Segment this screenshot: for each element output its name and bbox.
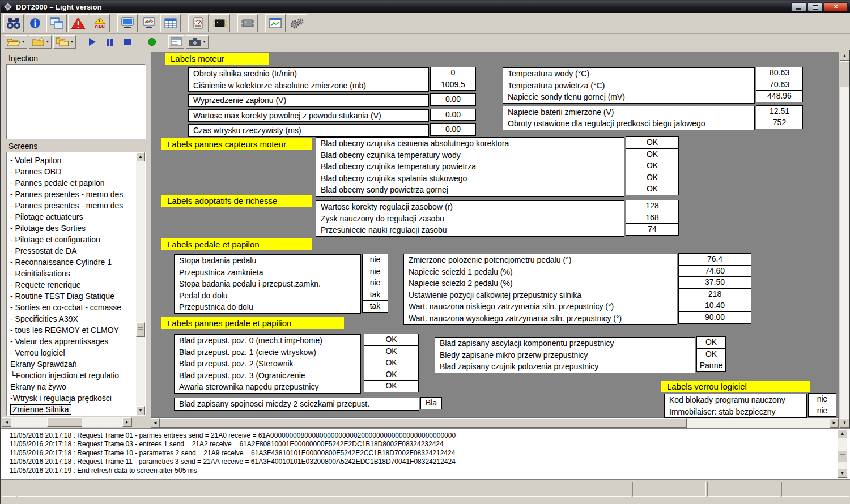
scroll-thumb[interactable] — [838, 451, 847, 462]
param-value: 90.00 — [678, 311, 751, 324]
close-button[interactable]: × — [824, 2, 848, 11]
sidebar-item[interactable]: - Specificities A39X — [8, 313, 135, 324]
sidebar-item[interactable]: Ekrany Sprawdzań — [8, 358, 135, 370]
sidebar-item[interactable]: - Pilotage et configuration — [8, 234, 135, 245]
sidebar-item[interactable]: - Valeur des apprentissages — [8, 336, 135, 347]
sidebar-item-label: - Requete renerique — [10, 279, 81, 291]
camera-button[interactable]: ▼ — [186, 35, 209, 49]
measure-button[interactable] — [188, 14, 209, 32]
param-label: Immobilaiser: stab bezpieczny — [665, 406, 806, 418]
sidebar-item[interactable]: - Pressostat de DA — [8, 245, 135, 257]
param-labels: Blad obecny czujnika cisnienia absolutne… — [316, 137, 624, 197]
sidebar-item[interactable]: - Verrou logiciel — [8, 347, 135, 358]
can-faults-button[interactable]: CAN — [90, 14, 110, 32]
param-label: Temperatura wody (°C) — [503, 68, 754, 80]
sidebar-item[interactable]: - Sorties en co-ccbat - ccmasse — [8, 302, 135, 313]
sidebar-item[interactable]: - Pannes presentes - memo des — [8, 200, 135, 211]
binoculars-icon — [6, 16, 21, 30]
log-line: 11/05/2016 20:17:18 : Request Trame 01 -… — [10, 432, 837, 440]
sidebar-item[interactable]: - Pilotage actuateurs — [8, 211, 135, 223]
sidebar-item[interactable]: - Volet Papilon — [8, 155, 135, 166]
minimize-button[interactable] — [791, 2, 806, 11]
main-horizontal-scrollbar[interactable]: ◄ ► — [151, 418, 839, 428]
settings-button[interactable] — [287, 14, 307, 32]
sidebar-item[interactable]: Zmienne Silnika — [8, 404, 135, 415]
maximize-icon — [813, 5, 818, 10]
param-values: 76.474.6037.5021810.4090.00 — [678, 254, 751, 324]
sidebar-item[interactable]: - Pannes pedale et papilon — [8, 177, 135, 189]
sidebar-item[interactable]: └Fonction injection et regulatio — [8, 370, 135, 381]
main-vertical-scrollbar[interactable]: ▲ ▼ — [840, 52, 849, 428]
param-values: 0.00 — [430, 124, 476, 136]
injection-panel[interactable] — [6, 64, 146, 139]
scroll-thumb[interactable] — [47, 417, 82, 427]
graph-button[interactable] — [139, 14, 159, 32]
scroll-down-button[interactable]: ▼ — [840, 418, 849, 428]
table-icon — [164, 17, 177, 29]
scroll-up-button[interactable]: ▲ — [136, 152, 145, 161]
param-label: Blad zapisany czujnik polozenia przepust… — [435, 361, 695, 373]
param-label: Przepustnica do dolu — [175, 301, 360, 313]
pause-button[interactable] — [102, 35, 118, 49]
scroll-down-button[interactable]: ▼ — [136, 406, 145, 415]
sidebar-item[interactable]: - Requete renerique — [8, 279, 135, 291]
new-folder-button[interactable]: ▼ — [29, 35, 52, 49]
param-value: 76.4 — [678, 253, 751, 266]
param-values: 80.6370.63448.96 — [756, 67, 803, 102]
param-label: Przesuniecie nauki regulacji zasobu — [316, 224, 624, 236]
sidebar-item[interactable]: - Pannes OBD — [8, 166, 135, 177]
ecu2-button[interactable] — [237, 14, 258, 32]
sidebar-item[interactable]: - Reinitialisations — [8, 268, 135, 279]
log-vertical-scrollbar[interactable]: ▲ ▼ — [838, 429, 847, 478]
open-folder-button[interactable]: ▼ — [5, 35, 27, 49]
param-value: tak — [362, 300, 388, 313]
screens-vertical-scrollbar[interactable]: ▲ ▼ — [136, 152, 145, 415]
sidebar-item[interactable]: Ekrany na żywo — [8, 381, 135, 392]
table-button[interactable] — [160, 14, 181, 32]
ecu-button[interactable] — [210, 14, 230, 32]
param-label: Bledy zapisane mikro przerw przepustnicy — [435, 349, 695, 361]
search-button[interactable] — [3, 14, 24, 32]
info-button[interactable] — [25, 14, 45, 32]
scroll-up-button[interactable]: ▲ — [838, 429, 847, 438]
gauge-icon — [192, 17, 205, 29]
capteurs-table: Blad obecny czujnika cisnienia absolutne… — [316, 137, 679, 197]
scroll-thumb[interactable] — [840, 61, 849, 87]
scroll-right-button[interactable]: ► — [830, 418, 839, 428]
scroll-right-button[interactable]: ► — [122, 417, 132, 427]
maximize-button[interactable] — [808, 2, 823, 11]
sidebar-item[interactable]: - Pilotage des Sorties — [8, 223, 135, 234]
param-group: Blad zapisany ascylacji komponentu przep… — [435, 337, 726, 373]
param-value: OK — [626, 172, 679, 184]
chart-window-button[interactable] — [265, 14, 286, 32]
dropdown-caret-icon: ▼ — [46, 40, 49, 44]
record-button[interactable] — [144, 35, 160, 49]
window-controls: × — [791, 2, 848, 11]
monitor-button[interactable] — [117, 14, 138, 32]
app-window: DDT2000 – Light version × — [0, 0, 850, 504]
stop-button[interactable] — [120, 35, 135, 49]
play-button[interactable] — [84, 35, 100, 49]
scroll-down-button[interactable]: ▼ — [838, 469, 847, 478]
scroll-up-button[interactable]: ▲ — [840, 52, 849, 61]
scroll-thumb[interactable] — [136, 322, 145, 337]
param-label: Wartosc max korekty powolnej z powodu st… — [189, 110, 428, 122]
sidebar-item[interactable]: - Routine TEST Diag Statique — [8, 291, 135, 302]
faults-button[interactable] — [68, 14, 88, 32]
scroll-left-button[interactable]: ◄ — [2, 417, 11, 427]
form-button[interactable] — [168, 35, 184, 49]
sidebar-item[interactable]: - tous les REGMOY et CLMOY — [8, 324, 135, 336]
screens-list: - Volet Papilon- Pannes OBD- Pannes peda… — [6, 152, 146, 416]
scroll-left-button[interactable]: ◄ — [151, 418, 160, 428]
sidebar-item[interactable]: - Pannes presentes - memo des — [8, 189, 135, 200]
folders-button[interactable]: ▼ — [53, 35, 76, 49]
sidebar-horizontal-scrollbar[interactable]: ◄ ► — [2, 417, 132, 427]
sidebar-item[interactable]: - Reconnaissance Cylindre 1 — [8, 257, 135, 268]
sidebar-item[interactable]: -Wtrysk i regulacja prędkości — [8, 392, 135, 404]
param-label: Blad przepust. poz. 2 (Sterownik — [175, 358, 360, 370]
scroll-thumb[interactable] — [160, 418, 687, 428]
param-group: Temperatura wody (°C)Temperatura powietr… — [503, 67, 803, 104]
dropdown-caret-icon: ▼ — [22, 40, 25, 44]
screens-button[interactable] — [46, 14, 67, 32]
param-labels: Blad zapisany ascylacji komponentu przep… — [435, 337, 695, 373]
